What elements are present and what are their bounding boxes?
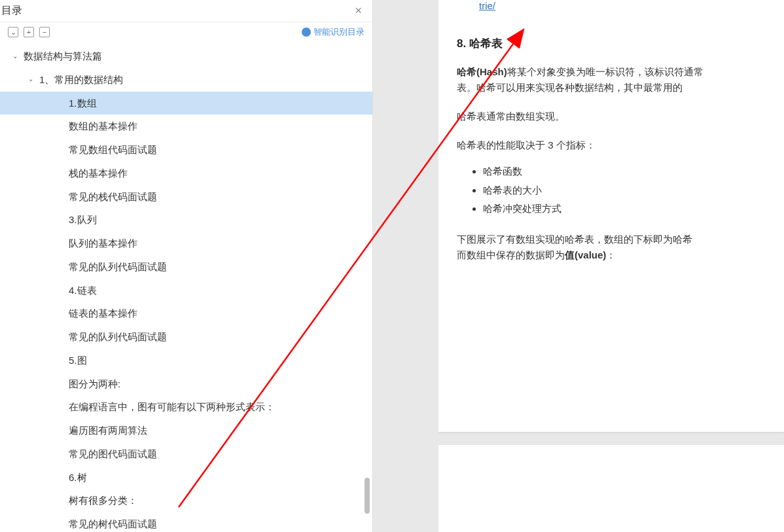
tree-item[interactable]: 常见数组代码面试题	[0, 138, 372, 162]
collapse-all-icon[interactable]: −	[39, 27, 50, 37]
list-item: 哈希函数	[483, 162, 784, 181]
smart-recognize-label: 智能识别目录	[313, 26, 365, 38]
tree-section[interactable]: ⌄ 1、常用的数据结构	[0, 68, 372, 92]
tree-item[interactable]: 链表的基本操作	[0, 302, 372, 325]
list-item: 哈希冲突处理方式	[483, 200, 784, 219]
paragraph: 下图展示了有数组实现的哈希表，数组的下标即为哈希 而数组中保存的数据即为值(va…	[457, 232, 784, 263]
expand-outline-icon[interactable]: ⌄	[8, 27, 18, 37]
section-title: 8. 哈希表	[457, 36, 784, 51]
tree-item[interactable]: 常见的队列代码面试题	[0, 325, 372, 349]
tree-item[interactable]: 遍历图有两周算法	[0, 419, 372, 442]
term-bold: 值(value)	[565, 249, 606, 260]
tree-item[interactable]: 5.图	[0, 349, 372, 372]
bullet-list: 哈希函数 哈希表的大小 哈希冲突处理方式	[457, 162, 784, 219]
document-page: trie/ 8. 哈希表 哈希(Hash)将某个对象变换为唯一标识符，该标识符通…	[438, 0, 784, 432]
tree-item[interactable]: 1.数组	[0, 92, 372, 115]
tree-item[interactable]: 在编程语言中，图有可能有以下两种形式表示：	[0, 395, 372, 419]
tree-item[interactable]: 3.队列	[0, 208, 372, 232]
paragraph: 哈希表的性能取决于 3 个指标：	[457, 137, 784, 153]
cloud-icon	[302, 27, 311, 37]
tree-root-label: 数据结构与算法篇	[24, 47, 102, 65]
document-page-next	[438, 445, 784, 532]
toolbar-left: ⌄ + −	[8, 27, 50, 37]
tree-item[interactable]: 栈的基本操作	[0, 162, 372, 185]
toc-sidebar: 目录 × ⌄ + − 智能识别目录 ⌄ 数据结构与算法篇 ⌄ 1、常用的数据结构…	[0, 0, 373, 532]
tree-item[interactable]: 常见的队列代码面试题	[0, 255, 372, 279]
link-fragment[interactable]: trie/	[457, 0, 784, 11]
tree-item[interactable]: 队列的基本操作	[0, 232, 372, 255]
tree-section-label: 1、常用的数据结构	[39, 71, 123, 89]
list-item: 哈希表的大小	[483, 181, 784, 200]
chevron-down-icon[interactable]: ⌄	[26, 75, 35, 84]
sidebar-header: 目录 ×	[0, 0, 372, 22]
chevron-down-icon[interactable]: ⌄	[10, 52, 20, 61]
scrollbar-thumb[interactable]	[365, 478, 370, 514]
toc-tree: ⌄ 数据结构与算法篇 ⌄ 1、常用的数据结构 1.数组 数组的基本操作 常见数组…	[0, 42, 372, 532]
tree-item[interactable]: 常见的图代码面试题	[0, 442, 372, 466]
expand-all-icon[interactable]: +	[24, 27, 34, 37]
tree-root[interactable]: ⌄ 数据结构与算法篇	[0, 44, 372, 68]
tree-item[interactable]: 数组的基本操作	[0, 115, 372, 138]
smart-recognize-button[interactable]: 智能识别目录	[302, 26, 365, 38]
term-bold: 哈希(Hash)	[457, 66, 507, 77]
close-icon[interactable]: ×	[351, 3, 366, 19]
tree-item[interactable]: 常见的树代码面试题	[0, 512, 372, 532]
tree-item[interactable]: 常见的栈代码面试题	[0, 185, 372, 209]
tree-item[interactable]: 图分为两种:	[0, 372, 372, 396]
page-gutter	[373, 0, 438, 532]
sidebar-title: 目录	[0, 4, 22, 18]
paragraph: 哈希(Hash)将某个对象变换为唯一标识符，该标识符通常 表。哈希可以用来实现各…	[457, 64, 784, 96]
document-content: trie/ 8. 哈希表 哈希(Hash)将某个对象变换为唯一标识符，该标识符通…	[438, 0, 784, 532]
sidebar-toolbar: ⌄ + − 智能识别目录	[0, 22, 372, 42]
paragraph: 哈希表通常由数组实现。	[457, 109, 784, 124]
tree-item[interactable]: 4.链表	[0, 279, 372, 302]
tree-item[interactable]: 6.树	[0, 466, 372, 489]
tree-item[interactable]: 树有很多分类：	[0, 489, 372, 512]
